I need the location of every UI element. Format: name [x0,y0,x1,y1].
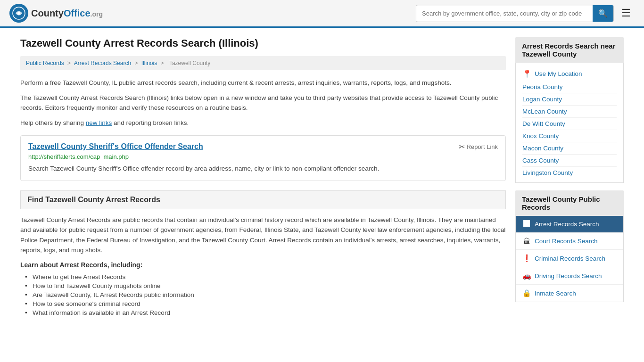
bullet-3: Are Tazewell County, IL Arrest Records p… [25,290,506,299]
record-item-driving[interactable]: 🚗 Driving Records Search [516,267,623,285]
bullet-4: How to see someone's criminal record [25,299,506,308]
nearby-section-title: Arrest Records Search near Tazewell Coun… [515,37,624,63]
report-icon: ✂ [459,142,465,151]
use-my-location-label: Use My Location [535,70,582,77]
link-card-header: Tazewell County Sheriff's Office Offende… [28,142,498,151]
record-item-inmate[interactable]: 🔒 Inmate Search [516,285,623,302]
find-section-box: Find Tazewell County Arrest Records [20,190,506,209]
search-box: 🔍 [416,5,614,22]
nearby-counties-section: 📍 Use My Location Peoria County Logan Co… [515,63,624,183]
find-section-body: Tazewell County Arrest Records are publi… [20,215,506,255]
search-input[interactable] [416,6,593,21]
intro-paragraph-3: Help others by sharing new links and rep… [20,118,506,128]
bullet-2: How to find Tazewell County mugshots onl… [25,281,506,290]
public-records-section: Arrest Records Search 🏛 Court Records Se… [515,216,624,302]
intro-paragraph-2: The Tazewell County Arrest Records Searc… [20,93,506,113]
search-button[interactable]: 🔍 [593,5,613,22]
criminal-records-icon: ❗ [522,254,531,263]
sidebar: Arrest Records Search near Tazewell Coun… [515,37,624,317]
arrest-records-icon [522,220,531,228]
breadcrumb-sep-2: > [134,60,138,66]
report-link[interactable]: ✂ Report Link [459,142,498,151]
intro-paragraph-1: Perform a free Tazewell County, IL publi… [20,78,506,88]
sidebar-link-logan[interactable]: Logan County [522,93,617,106]
link-description: Search Tazewell County Sheriff's Office … [28,164,498,173]
breadcrumb: Public Records > Arrest Records Search >… [20,56,506,70]
breadcrumb-sep-1: > [67,60,71,66]
breadcrumb-tazewell: Tazewell County [169,60,210,66]
find-section-bullets: Where to get free Arrest Records How to … [20,272,506,317]
driving-records-label[interactable]: Driving Records Search [535,272,602,280]
breadcrumb-illinois[interactable]: Illinois [141,60,157,66]
logo-area: CountyOffice.org [9,4,103,23]
logo-text: CountyOffice.org [31,8,103,19]
sidebar-link-knox[interactable]: Knox County [522,130,617,142]
breadcrumb-arrest-records[interactable]: Arrest Records Search [74,60,131,66]
bullet-1: Where to get free Arrest Records [25,272,506,281]
link-card-title[interactable]: Tazewell County Sheriff's Office Offende… [28,142,203,151]
search-area: 🔍 ☰ [416,5,635,22]
breadcrumb-public-records[interactable]: Public Records [26,60,64,66]
criminal-records-label[interactable]: Criminal Records Search [535,255,605,262]
main-content: Tazewell County Arrest Records Search (I… [20,37,506,317]
hamburger-menu-button[interactable]: ☰ [618,5,635,21]
sidebar-link-dewitt[interactable]: De Witt County [522,118,617,130]
page-title: Tazewell County Arrest Records Search (I… [20,37,506,49]
logo-icon [9,4,28,23]
bullet-5: What information is available in an Arre… [25,308,506,317]
use-my-location[interactable]: 📍 Use My Location [522,66,617,81]
inmate-search-label[interactable]: Inmate Search [535,290,576,297]
new-links-link[interactable]: new links [86,119,112,126]
public-records-section-title: Tazewell County Public Records [515,190,624,216]
arrest-records-label: Arrest Records Search [535,221,599,228]
link-url[interactable]: http://sheriffalerts.com/cap_main.php [28,153,498,160]
main-container: Tazewell County Arrest Records Search (I… [11,28,633,327]
svg-point-1 [17,12,20,15]
link-card: Tazewell County Sheriff's Office Offende… [20,135,506,181]
sidebar-link-peoria[interactable]: Peoria County [522,81,617,93]
record-item-criminal[interactable]: ❗ Criminal Records Search [516,250,623,267]
find-section-subtitle: Learn about Arrest Records, including: [20,261,506,269]
sidebar-link-mclean[interactable]: McLean County [522,106,617,118]
inmate-search-icon: 🔒 [522,289,531,297]
record-item-arrest[interactable]: Arrest Records Search [516,216,623,233]
record-item-court[interactable]: 🏛 Court Records Search [516,233,623,250]
sidebar-link-cass[interactable]: Cass County [522,155,617,167]
find-section-title: Find Tazewell County Arrest Records [27,196,499,204]
report-label: Report Link [467,143,498,150]
sidebar-link-livingston[interactable]: Livingston County [522,167,617,179]
court-records-label[interactable]: Court Records Search [535,238,598,245]
header: CountyOffice.org 🔍 ☰ [0,0,644,28]
driving-records-icon: 🚗 [522,272,531,280]
sidebar-link-macon[interactable]: Macon County [522,142,617,155]
court-records-icon: 🏛 [522,237,531,245]
breadcrumb-sep-3: > [161,60,164,66]
location-pin-icon: 📍 [522,69,532,78]
